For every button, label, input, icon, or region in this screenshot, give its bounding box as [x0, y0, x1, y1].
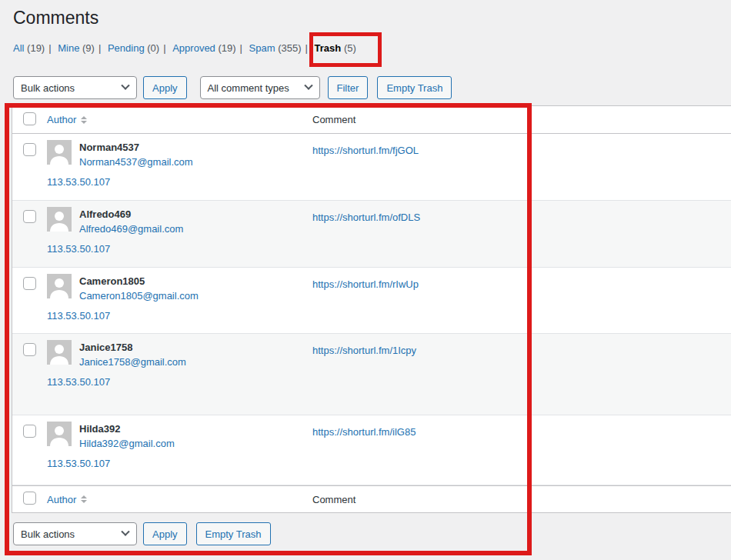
top-toolbar: Bulk actions Apply All comment types Fil…: [13, 76, 731, 99]
comments-page: Comments All (19)| Mine (9)| Pending (0)…: [0, 0, 731, 545]
filter-pending: Pending (0)|: [108, 42, 170, 54]
filter-spam-link[interactable]: Spam: [249, 42, 275, 54]
sort-icon: [81, 116, 87, 124]
author-cell: Janice1758 Janice1758@gmail.com 113.53.5…: [47, 334, 312, 415]
filter-mine-link[interactable]: Mine: [58, 42, 79, 54]
avatar: [47, 340, 72, 365]
author-ip-link[interactable]: 113.53.50.107: [47, 242, 110, 256]
page-title: Comments: [13, 7, 731, 29]
table-row: Janice1758 Janice1758@gmail.com 113.53.5…: [12, 334, 731, 415]
avatar: [47, 140, 72, 165]
sort-icon: [81, 495, 87, 503]
filter-approved: Approved (19)|: [172, 42, 246, 54]
avatar: [47, 274, 72, 298]
avatar: [47, 207, 72, 232]
table-footer-row: Author Comment: [12, 485, 731, 513]
author-cell: Alfredo469 Alfredo469@gmail.com 113.53.5…: [47, 201, 312, 267]
comment-url-link[interactable]: https://shorturl.fm/rIwUp: [312, 278, 419, 290]
author-email-link[interactable]: Cameron1805@gmail.com: [47, 288, 312, 303]
author-column-label: Author: [47, 494, 76, 505]
filter-spam-count: (355): [278, 42, 301, 54]
chevron-down-icon: [121, 82, 129, 90]
avatar: [47, 422, 72, 446]
table-row: Cameron1805 Cameron1805@gmail.com 113.53…: [12, 268, 731, 334]
comments-table: Author Comment Norman4537 Norman4537@gma…: [12, 105, 731, 513]
row-checkbox[interactable]: [23, 277, 36, 290]
filter-separator: |: [240, 42, 242, 54]
author-email-link[interactable]: Janice1758@gmail.com: [47, 355, 312, 369]
filter-separator: |: [305, 42, 308, 54]
filter-trash-count: (5): [344, 42, 356, 54]
comment-column-label: Comment: [312, 114, 355, 125]
filter-button[interactable]: Filter: [328, 76, 369, 99]
bulk-actions-select[interactable]: Bulk actions: [13, 76, 137, 99]
status-filter-links: All (19)| Mine (9)| Pending (0)| Approve…: [13, 42, 731, 55]
row-checkbox[interactable]: [23, 143, 36, 156]
chevron-down-icon: [121, 528, 129, 536]
filter-all-link[interactable]: All: [13, 42, 24, 54]
author-name: Norman4537: [47, 140, 312, 155]
author-ip-link[interactable]: 113.53.50.107: [47, 456, 110, 471]
comment-url-link[interactable]: https://shorturl.fm/1Icpy: [312, 345, 416, 356]
filter-all-count: (19): [27, 42, 45, 54]
author-cell: Cameron1805 Cameron1805@gmail.com 113.53…: [47, 268, 312, 333]
filter-approved-count: (19): [218, 42, 235, 54]
author-email-link[interactable]: Norman4537@gmail.com: [47, 155, 312, 169]
comment-url-link[interactable]: https://shorturl.fm/ofDLS: [312, 212, 420, 223]
author-name: Hilda392: [47, 422, 312, 436]
apply-button[interactable]: Apply: [143, 76, 187, 99]
empty-trash-button[interactable]: Empty Trash: [377, 76, 452, 99]
table-row: Alfredo469 Alfredo469@gmail.com 113.53.5…: [12, 201, 731, 268]
author-email-link[interactable]: Hilda392@gmail.com: [47, 436, 312, 451]
row-checkbox[interactable]: [23, 343, 36, 356]
author-name: Janice1758: [47, 340, 312, 355]
author-name: Alfredo469: [47, 207, 312, 222]
filter-approved-link[interactable]: Approved: [172, 42, 215, 54]
empty-trash-button[interactable]: Empty Trash: [196, 522, 271, 545]
row-checkbox[interactable]: [23, 425, 36, 438]
table-row: Hilda392 Hilda392@gmail.com 113.53.50.10…: [12, 415, 731, 485]
author-column-sort-link[interactable]: Author: [47, 114, 87, 125]
bulk-actions-select[interactable]: Bulk actions: [13, 522, 137, 545]
select-all-checkbox[interactable]: [23, 492, 36, 505]
filter-pending-link[interactable]: Pending: [108, 42, 145, 54]
author-email-link[interactable]: Alfredo469@gmail.com: [47, 222, 312, 236]
apply-button[interactable]: Apply: [143, 522, 187, 545]
comment-types-select[interactable]: All comment types: [200, 76, 320, 99]
filter-mine: Mine (9)|: [58, 42, 105, 54]
author-cell: Norman4537 Norman4537@gmail.com 113.53.5…: [47, 134, 312, 200]
table-header-row: Author Comment: [12, 106, 731, 134]
chevron-down-icon: [304, 82, 312, 90]
table-row: Norman4537 Norman4537@gmail.com 113.53.5…: [12, 134, 731, 201]
comment-url-link[interactable]: https://shorturl.fm/fjGOL: [312, 145, 419, 156]
filter-trash: Trash (5): [315, 42, 356, 54]
filter-all: All (19)|: [13, 42, 55, 54]
filter-trash-link[interactable]: Trash: [315, 42, 342, 54]
comment-column-label: Comment: [312, 494, 355, 505]
filter-separator: |: [98, 42, 101, 54]
author-ip-link[interactable]: 113.53.50.107: [47, 308, 110, 323]
author-name: Cameron1805: [47, 274, 312, 288]
filter-mine-count: (9): [82, 42, 95, 54]
bulk-actions-value: Bulk actions: [21, 82, 75, 94]
author-column-label: Author: [47, 114, 76, 125]
select-all-checkbox[interactable]: [23, 112, 36, 125]
bottom-toolbar: Bulk actions Apply Empty Trash: [13, 522, 731, 545]
author-ip-link[interactable]: 113.53.50.107: [47, 175, 110, 189]
bulk-actions-value: Bulk actions: [21, 528, 75, 540]
filter-separator: |: [48, 42, 51, 54]
filter-separator: |: [163, 42, 165, 54]
filter-pending-count: (0): [147, 42, 159, 54]
filter-spam: Spam (355)|: [249, 42, 312, 54]
author-cell: Hilda392 Hilda392@gmail.com 113.53.50.10…: [47, 415, 312, 485]
comment-url-link[interactable]: https://shorturl.fm/ilG85: [312, 426, 416, 438]
author-ip-link[interactable]: 113.53.50.107: [47, 375, 110, 389]
row-checkbox[interactable]: [23, 210, 36, 223]
comment-types-value: All comment types: [208, 82, 289, 94]
author-column-sort-link[interactable]: Author: [47, 494, 87, 505]
